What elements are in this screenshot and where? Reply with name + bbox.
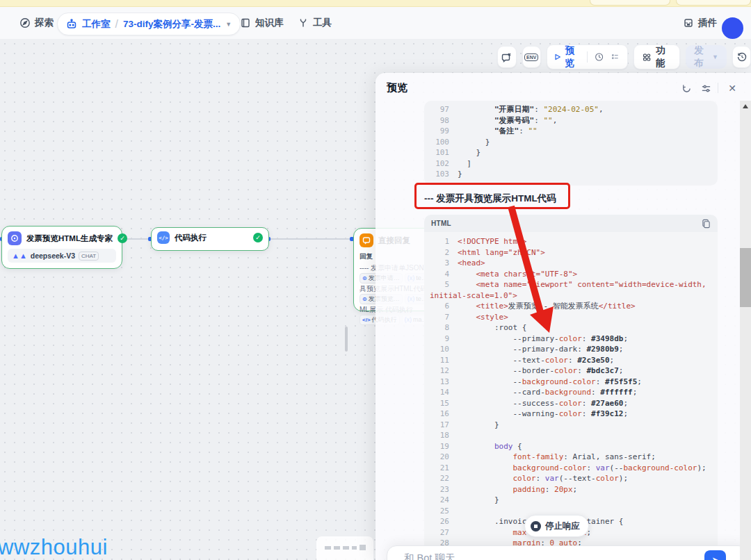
panel-settings-button[interactable] (700, 82, 712, 94)
preview-panel: 预览 ✕ 97 "开票日期": "2024-02-05",98 "发票号码": … (376, 73, 751, 560)
app-window: 探索 工作室 / 73-dify案例分享-发票... ▼ 知识库 工具 插件 (0, 0, 751, 560)
markdown-heading: --- 发票开具预览展示HTML代码 (424, 192, 556, 205)
user-avatar[interactable] (722, 17, 743, 39)
code-line: 19 body { (430, 441, 718, 452)
code-line: 16 --warning-color: #f39c12; (430, 409, 718, 420)
model-mode-badge: CHAT (79, 252, 99, 261)
code-line: 18 (430, 430, 718, 441)
code-line: 1<!DOCTYPE html> (430, 236, 718, 247)
bot-icon: ⊙ (362, 273, 367, 283)
checklist-icon[interactable] (611, 51, 620, 63)
divider (718, 83, 718, 93)
code-node-icon: </> (157, 231, 170, 244)
code-line: 17 } (430, 420, 718, 431)
code-line: 7 <style> (430, 312, 718, 323)
chat-input-bar: ➤ (387, 545, 748, 560)
code-line: 100 } (430, 137, 718, 148)
code-line: 12 --border-color: #bdc3c7; (430, 365, 718, 377)
env-variables-button[interactable]: ENV (522, 46, 542, 68)
version-history-button[interactable] (732, 46, 751, 68)
node-code[interactable]: </> 代码执行 ✓ (151, 227, 269, 251)
nav-plugins-label: 插件 (698, 17, 717, 29)
code-line: 22 color: var(--text-color); (430, 473, 718, 484)
code-line: 3<head> (430, 258, 718, 269)
nav-knowledge-label: 知识库 (255, 17, 284, 29)
browser-notice-bar (0, 0, 751, 7)
env-icon: ENV (524, 53, 538, 61)
code-line: 13 --background-color: #f5f5f5; (430, 377, 718, 388)
features-button[interactable]: 功能 (633, 44, 681, 69)
code-line: initial-scale=1.0"> (430, 290, 718, 302)
tools-icon (298, 17, 309, 28)
preview-button-group: 预览 (547, 44, 628, 69)
code-line: 24 } (430, 495, 718, 506)
copy-icon[interactable] (702, 219, 711, 229)
publish-label: 发布 (694, 44, 709, 69)
scrollbar-thumb[interactable] (740, 248, 751, 307)
nav-knowledge[interactable]: 知识库 (240, 13, 284, 33)
nav-plugins[interactable]: 插件 (683, 13, 717, 33)
html-code-card[interactable]: HTML 1<!DOCTYPE html>2<html lang="zh-CN"… (424, 215, 718, 560)
code-line: 99 "备注": "" (430, 126, 718, 137)
code-line: 9 --primary-color: #3498db; (430, 333, 718, 345)
canvas-scroll-indicator[interactable] (345, 327, 348, 352)
code-line: 6 <title>发票预览 - 智能发票系统</title> (430, 301, 718, 312)
code-line: 23 padding: 20px; (430, 484, 718, 495)
scrollbar-up-arrow[interactable] (743, 104, 748, 108)
code-line: 11 --text-color: #2c3e50; (430, 355, 718, 366)
answer-node-icon (360, 233, 373, 247)
llm-node-title: 发票预览HTML生成专家 (26, 233, 113, 244)
refresh-icon (681, 83, 692, 94)
chevron-down-icon[interactable]: ▼ (225, 21, 232, 28)
publish-button[interactable]: 发布 ▼ (686, 45, 727, 69)
model-name: deepseek-V3 (31, 252, 75, 260)
preview-label: 预览 (565, 44, 581, 69)
code-icon: </> (362, 315, 371, 325)
stop-icon (531, 521, 541, 532)
current-app-tab[interactable]: 73-dify案例分享-发票... (123, 18, 220, 31)
preview-run-button[interactable]: 预览 (554, 44, 580, 69)
llm-node-icon (8, 231, 22, 245)
nav-studio-label[interactable]: 工作室 (82, 18, 111, 31)
success-check-icon: ✓ (253, 233, 263, 242)
code-line: 2<html lang="zh-CN"> (430, 247, 718, 258)
features-label: 功能 (656, 44, 671, 69)
send-button[interactable]: ➤ (704, 550, 726, 560)
code-line: 98 "发票号码": "", (430, 115, 718, 126)
model-selector[interactable]: ▲▲ deepseek-V3 CHAT (8, 249, 116, 263)
plugin-icon (683, 17, 694, 28)
close-panel-button[interactable]: ✕ (726, 82, 738, 94)
code-node-title: 代码执行 (175, 233, 248, 243)
json-code-block[interactable]: 97 "开票日期": "2024-02-05",98 "发票号码": "",99… (424, 101, 718, 186)
html-code-body: 1<!DOCTYPE html>2<html lang="zh-CN">3<he… (424, 232, 718, 560)
blocks-icon (643, 52, 651, 63)
code-line: 102 ] (430, 158, 718, 170)
restart-conversation-button[interactable] (680, 82, 693, 94)
node-llm[interactable]: 发票预览HTML生成专家 ✓ ▲▲ deepseek-V3 CHAT (1, 226, 122, 269)
app-toolbar: ENV 预览 功能 发布 ▼ (497, 45, 751, 69)
robot-icon (66, 19, 77, 30)
code-line: 14 --card-background: #ffffff; (430, 387, 718, 398)
watermark-text: wwzhouhui (0, 535, 108, 560)
html-code-card-header: HTML (424, 215, 718, 232)
stop-responding-button[interactable]: 停止响应 (524, 515, 589, 537)
run-history-icon[interactable] (595, 51, 604, 63)
window-scrollbar[interactable] (740, 101, 751, 560)
code-language-label: HTML (431, 220, 451, 227)
annotation-button[interactable] (497, 46, 517, 68)
code-line: 4 <meta charset="UTF-8"> (430, 269, 718, 280)
nav-explore[interactable]: 探索 (19, 13, 54, 33)
chevron-down-icon: ▼ (712, 53, 718, 60)
breadcrumb-separator: / (115, 18, 118, 31)
code-line: 103} (430, 169, 718, 180)
chat-input[interactable] (403, 552, 670, 560)
edge-code-to-answer (270, 238, 352, 240)
top-nav: 探索 工作室 / 73-dify案例分享-发票... ▼ 知识库 工具 插件 (0, 7, 751, 39)
workspace-tab-pill[interactable]: 工作室 / 73-dify案例分享-发票... ▼ (57, 13, 241, 35)
code-line: 21 background-color: var(--background-co… (430, 463, 718, 474)
success-check-icon: ✓ (118, 233, 127, 243)
nav-tools[interactable]: 工具 (298, 13, 332, 33)
code-line: 8 :root { (430, 322, 718, 333)
code-line: 15 --success-color: #27ae60; (430, 398, 718, 409)
nav-explore-label: 探索 (35, 17, 54, 29)
